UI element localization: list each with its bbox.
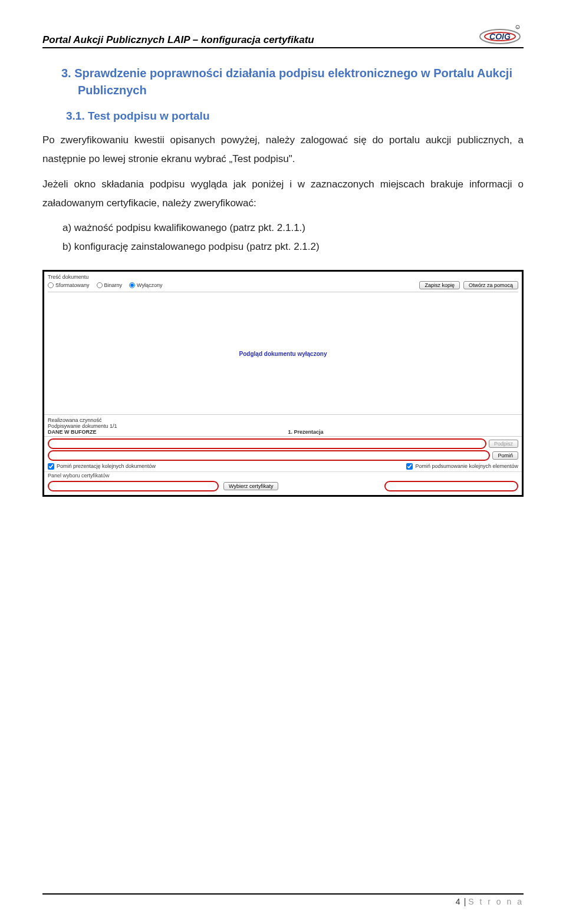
highlight-oval-cert-right [384,481,518,491]
coig-logo: COIG R [476,24,524,46]
signing-doc-label: Podpisywanie dokumentu 1/1 [48,423,117,429]
list-item-b: b) konfigurację zainstalowanego podpisu … [75,237,524,256]
sign-button[interactable]: Podpisz [489,440,518,448]
page-label: S t r o n a [468,897,524,906]
activity-label: Realizowana czynność [48,417,117,423]
highlight-oval-cert-left [48,481,219,491]
choose-certificates-button[interactable]: Wybierz certyfikaty [223,482,278,490]
radio-formatted[interactable]: Sformatowany [48,282,90,288]
preview-disabled-text: Podgląd dokumentu wyłączony [44,293,522,414]
cert-panel-label: Panel wyboru certyfikatów [44,471,522,479]
skip-presentation-checkbox[interactable]: Pomiń prezentację kolejnych dokumentów [48,463,156,470]
paragraph-2: Jeżeli okno składania podpisu wygląda ja… [42,175,524,213]
skip-button[interactable]: Pomiń [492,451,518,460]
section-heading-3: 3. Sprawdzenie poprawności działania pod… [61,65,524,99]
section-heading-3-1: 3.1. Test podpisu w portalu [66,110,524,123]
open-with-button[interactable]: Otwórz za pomocą [463,281,518,289]
activity-panel: Realizowana czynność Podpisywanie dokume… [44,414,522,437]
highlight-oval-mid [48,450,490,461]
save-copy-button[interactable]: Zapisz kopię [419,281,460,289]
buffer-data-label: DANE W BUFORZE [48,429,117,435]
presentation-step: 1. Prezentacja [288,429,324,435]
radio-binary[interactable]: Binarny [97,282,123,288]
svg-text:COIG: COIG [489,32,511,41]
page-footer: 4|S t r o n a [42,893,524,906]
highlight-oval-top [48,438,486,449]
svg-text:R: R [517,27,519,29]
radio-disabled[interactable]: Wyłączony [129,282,162,288]
page-number: 4 [456,897,460,906]
skip-summary-checkbox[interactable]: Pomiń podsumowanie kolejnych elementów [406,463,518,470]
signature-window-screenshot: Treść dokumentu Sformatowany Binarny Wył… [42,270,524,497]
doc-content-label: Treść dokumentu [48,274,518,280]
page-header-title: Portal Aukcji Publicznych LAIP – konfigu… [42,34,314,46]
paragraph-1: Po zweryfikowaniu kwestii opisanych powy… [42,131,524,169]
header-rule [42,47,524,48]
list-item-a: a) ważność podpisu kwalifikowanego (patr… [75,219,524,237]
